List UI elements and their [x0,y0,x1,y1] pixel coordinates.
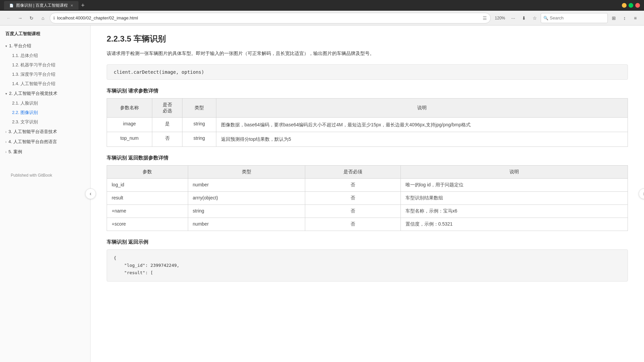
synced-tabs-button[interactable]: ↕ [620,13,629,23]
sidebar-item-section2[interactable]: ▾ 2. 人工智能平台视觉技术 [0,88,90,99]
url-text: localhost:4000/02_chapter/02_image.html [57,15,481,20]
req-param-name-2: top_num [107,132,152,146]
browser-titlebar: 📄 图像识别 | 百度人工智能课程 ✕ + — □ ✕ [0,0,644,11]
req-header-desc: 说明 [216,98,628,117]
table-row: result arrry(object) 否 车型识别结果数组 [107,191,628,204]
sidebar-item-1-2[interactable]: 1.2. 机器学习平台介绍 [0,60,90,70]
res-type-4: number [188,218,305,231]
sidebar-item-2-3[interactable]: 2.3. 文字识别 [0,117,90,127]
new-tab-button[interactable]: + [81,2,85,8]
forward-button[interactable]: → [15,13,25,23]
table-row: image 是 string 图像数据，base64编码，要求base64编码后… [107,117,628,132]
toolbar-right: 120% ··· ⬇ ☆ 🔍 ⊞ ↕ ≡ [493,13,640,23]
browser-tab[interactable]: 📄 图像识别 | 百度人工智能课程 ✕ [4,1,78,10]
expand-icon-s4: › [5,140,6,144]
sidebar-item-1-4[interactable]: 1.4. 人工智能平台介绍 [0,79,90,88]
address-bar[interactable]: ℹ localhost:4000/02_chapter/02_image.htm… [50,13,491,23]
expand-icon-s3: › [5,130,6,134]
page-description: 该请求用于检测一张车辆图片的具体车型。即对于输入的一张图片（可正常解码，且长宽比… [107,50,628,58]
req-param-desc-1: 图像数据，base64编码，要求base64编码后大小不超过4M，最短边至少15… [216,117,628,132]
req-header-param: 参数名称 [107,98,152,117]
sidebar-toggle-button[interactable]: ⊞ [609,13,619,23]
browser-toolbar: ← → ↻ ⌂ ℹ localhost:4000/02_chapter/02_i… [0,11,644,25]
back-button[interactable]: ← [4,13,13,23]
maximize-button[interactable]: □ [629,3,633,8]
res-req-1: 否 [305,178,400,191]
request-params-table: 参数名称 是否必选 类型 说明 image 是 string 图像数据，base… [107,98,628,147]
main-content: 2.2.3.5 车辆识别 该请求用于检测一张车辆图片的具体车型。即对于输入的一张… [91,25,644,362]
search-wrapper: 🔍 [541,13,608,23]
res-header-required: 是否必须 [305,165,400,178]
sidebar-item-2-1[interactable]: 2.1. 人脸识别 [0,99,90,108]
res-param-2: result [107,191,188,204]
return-example-title: 车辆识别 返回示例 [107,239,628,245]
response-params-table: 参数 类型 是否必须 说明 log_id number 否 唯一的log id，… [107,165,628,231]
sidebar-item-2-2[interactable]: 2.2. 图像识别 [0,108,90,117]
req-param-req-2: 否 [152,132,182,146]
sidebar-item-section4[interactable]: › 4. 人工智能平台自然语言 [0,137,90,147]
res-type-3: string [188,204,305,218]
section5-label: 5. 案例 [8,149,22,155]
minimize-button[interactable]: — [622,3,627,8]
sidebar-item-1-1[interactable]: 1.1. 总体介绍 [0,51,90,60]
sidebar-item-1-3[interactable]: 1.3. 深度学习平台介绍 [0,70,90,79]
more-options-button[interactable]: ··· [508,13,518,23]
sidebar-item-section5[interactable]: › 5. 案例 [0,147,90,157]
res-header-desc: 说明 [400,165,628,178]
req-param-type-2: string [182,132,216,146]
res-type-2: arrry(object) [188,191,305,204]
res-desc-3: 车型名称，示例：宝马x6 [400,204,628,218]
req-param-req-1: 是 [152,117,182,132]
expand-icon-s1: ▾ [5,44,7,48]
app-body: 百度人工智能课程 ▾ 1. 平台介绍 1.1. 总体介绍 1.2. 机器学习平台… [0,25,644,362]
request-params-title: 车辆识别 请求参数详情 [107,88,628,94]
reload-button[interactable]: ↻ [27,13,36,23]
tab-favicon: 📄 [9,4,13,7]
expand-icon-s5: › [5,150,6,154]
res-param-3: +name [107,204,188,218]
res-param-4: +score [107,218,188,231]
prev-page-button[interactable]: ‹ [85,188,96,199]
req-param-desc-2: 返回预测得分top结果数，默认为5 [216,132,628,146]
page-title: 2.2.3.5 车辆识别 [107,34,628,44]
sidebar-title: 百度人工智能课程 [0,31,90,41]
res-type-1: number [188,178,305,191]
reader-mode-icon: ☰ [483,15,487,21]
code-line-1: { [114,254,621,262]
res-desc-1: 唯一的log id，用于问题定位 [400,178,628,191]
res-header-type: 类型 [188,165,305,178]
table-row: log_id number 否 唯一的log id，用于问题定位 [107,178,628,191]
req-header-type: 类型 [182,98,216,117]
table-row: +name string 否 车型名称，示例：宝马x6 [107,204,628,218]
res-req-3: 否 [305,204,400,218]
star-button[interactable]: ☆ [530,13,539,23]
zoom-level[interactable]: 120% [493,15,507,21]
section4-label: 4. 人工智能平台自然语言 [8,139,57,145]
home-button[interactable]: ⌂ [38,13,48,23]
table-row: top_num 否 string 返回预测得分top结果数，默认为5 [107,132,628,146]
res-desc-2: 车型识别结果数组 [400,191,628,204]
res-req-2: 否 [305,191,400,204]
req-param-type-1: string [182,117,216,132]
search-input[interactable] [541,13,608,23]
sidebar-item-section1[interactable]: ▾ 1. 平台介绍 [0,41,90,51]
tab-title: 图像识别 | 百度人工智能课程 [16,3,68,8]
sidebar-item-section3[interactable]: › 3. 人工智能平台语音技术 [0,127,90,137]
res-header-param: 参数 [107,165,188,178]
security-icon: ℹ [53,16,55,20]
sidebar: 百度人工智能课程 ▾ 1. 平台介绍 1.1. 总体介绍 1.2. 机器学习平台… [0,25,91,362]
section1-label: 1. 平台介绍 [9,43,31,49]
close-button[interactable]: ✕ [635,3,640,8]
tab-close-button[interactable]: ✕ [70,4,73,7]
response-params-title: 车辆识别 返回数据参数详情 [107,155,628,161]
section2-label: 2. 人工智能平台视觉技术 [9,90,57,97]
req-header-required: 是否必选 [152,98,182,117]
window-controls: — □ ✕ [622,3,640,8]
code-example: { "log_id": 2399742249, "result": [ [107,249,628,282]
open-menu-button[interactable]: ≡ [631,13,640,23]
code-line-2: "log_id": 2399742249, [114,262,621,269]
table-row: +score number 否 置信度，示例：0.5321 [107,218,628,231]
code-sample: client.carDetect(image, options) [107,64,628,80]
pocket-button[interactable]: ⬇ [519,13,529,23]
res-desc-4: 置信度，示例：0.5321 [400,218,628,231]
